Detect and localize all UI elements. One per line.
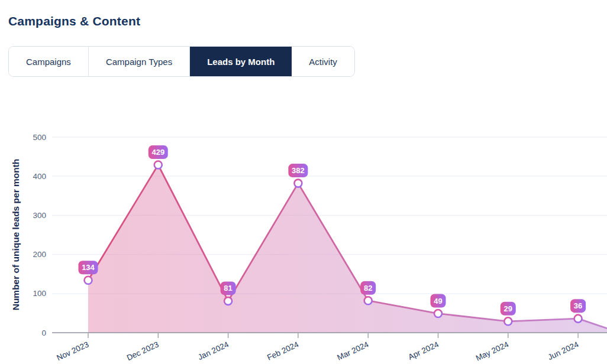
data-point-marker[interactable]: [504, 317, 512, 325]
x-axis-tick-label: Nov 2023: [56, 340, 91, 362]
data-label-value: 29: [504, 304, 512, 313]
data-point-marker[interactable]: [434, 310, 442, 317]
x-axis-tick-label: Jun 2024: [547, 340, 580, 362]
x-axis-tick-label: Mar 2024: [335, 340, 370, 362]
data-point-marker[interactable]: [85, 277, 92, 284]
data-label-value: 134: [82, 263, 95, 272]
y-axis-tick-label: 400: [33, 172, 46, 181]
y-axis-tick-label: 200: [33, 250, 46, 259]
campaigns-content-page: Campaigns & Content Campaigns Campaign T…: [0, 0, 607, 77]
data-label-value: 429: [151, 148, 164, 157]
tab-campaigns[interactable]: Campaigns: [9, 47, 89, 76]
x-axis-tick-label: Dec 2023: [125, 340, 160, 362]
tab-activity[interactable]: Activity: [292, 47, 354, 76]
x-axis-tick-label: Jan 2024: [196, 340, 230, 362]
page-title: Campaigns & Content: [8, 14, 607, 28]
data-point-marker[interactable]: [224, 297, 232, 305]
y-axis-tick-label: 500: [33, 133, 46, 142]
data-label-value: 49: [434, 297, 442, 306]
data-label-value: 82: [364, 284, 372, 292]
area-fill: [88, 165, 607, 333]
tab-campaign-types[interactable]: Campaign Types: [89, 47, 190, 76]
x-axis-tick-label: May 2024: [474, 340, 511, 363]
y-axis-tick-label: 0: [41, 329, 46, 337]
y-axis-tick-label: 100: [33, 289, 46, 298]
data-point-marker[interactable]: [154, 161, 162, 169]
data-point-marker[interactable]: [294, 180, 302, 187]
data-point-marker[interactable]: [574, 315, 582, 323]
tab-leads-by-month[interactable]: Leads by Month: [190, 47, 292, 76]
data-point-marker[interactable]: [364, 297, 372, 304]
tab-bar: Campaigns Campaign Types Leads by Month …: [8, 46, 355, 77]
y-axis-tick-label: 300: [33, 211, 46, 220]
x-axis-tick-label: Feb 2024: [266, 340, 300, 362]
data-label-value: 382: [292, 166, 305, 175]
y-axis-title: Number of unique leads per month: [11, 159, 21, 311]
data-label-value: 36: [574, 301, 582, 310]
x-axis-tick-label: Apr 2024: [407, 340, 440, 362]
data-label-value: 81: [224, 284, 232, 292]
